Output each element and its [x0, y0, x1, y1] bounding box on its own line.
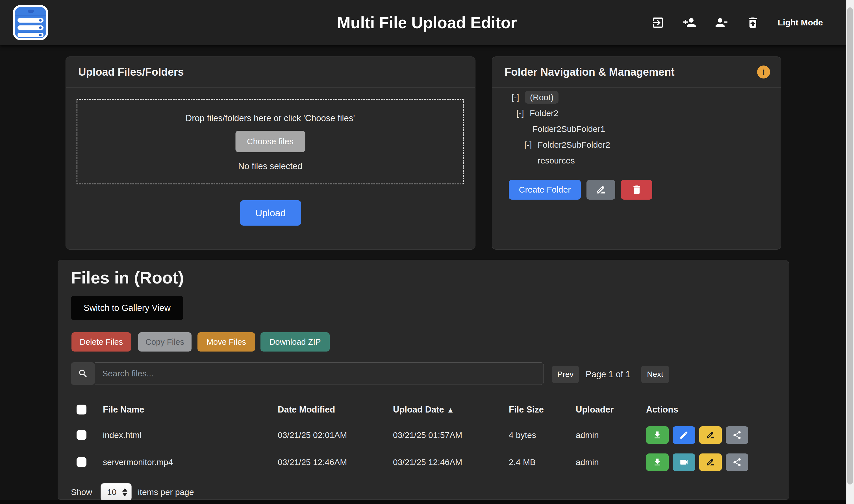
prev-page-button[interactable]: Prev — [552, 366, 579, 383]
tree-item-resources[interactable]: resources — [492, 153, 781, 168]
rename-file-button[interactable] — [699, 426, 722, 444]
page-size-select[interactable]: 10 — [101, 483, 132, 501]
page-size-value: 10 — [101, 487, 122, 497]
show-label: Show — [71, 483, 92, 501]
delete-folder-button[interactable] — [621, 180, 652, 200]
header-file-size[interactable]: File Size — [509, 401, 544, 418]
select-all-checkbox[interactable] — [76, 404, 86, 414]
header-upload-date[interactable]: Upload Date▲ — [393, 401, 454, 418]
folder-panel-title: Folder Navigation & Management — [504, 57, 675, 87]
trash-icon — [631, 184, 642, 195]
header-upload-date-label: Upload Date — [393, 404, 444, 414]
rename-icon — [706, 430, 715, 440]
file-name-cell: index.html — [103, 421, 142, 449]
copy-files-button[interactable]: Copy Files — [138, 332, 192, 352]
search-icon — [78, 368, 88, 379]
download-button[interactable] — [646, 426, 669, 444]
download-button[interactable] — [646, 453, 669, 471]
stepper-arrows-icon[interactable] — [122, 488, 131, 497]
share-button[interactable] — [726, 426, 748, 444]
restore-trash-icon[interactable] — [746, 16, 760, 29]
header-date-modified[interactable]: Date Modified — [278, 401, 335, 418]
uploader-cell: admin — [576, 421, 599, 449]
tree-item-root[interactable]: [-] (Root) — [492, 90, 781, 105]
sort-ascending-icon: ▲ — [447, 401, 454, 418]
dropzone-hint: Drop files/folders here or click 'Choose… — [77, 113, 463, 123]
file-name-cell: servermonitor.mp4 — [103, 449, 173, 476]
uploader-cell: admin — [576, 449, 599, 476]
date-modified-cell: 03/21/25 02:01AM — [278, 421, 347, 449]
download-icon — [653, 430, 662, 440]
tree-label-selected[interactable]: (Root) — [525, 91, 558, 104]
share-button[interactable] — [726, 453, 748, 471]
tree-label[interactable]: Folder2 — [530, 108, 558, 118]
search-input[interactable] — [95, 362, 544, 385]
file-size-cell: 2.4 MB — [509, 449, 536, 476]
download-zip-button[interactable]: Download ZIP — [261, 332, 330, 352]
add-user-icon[interactable] — [683, 16, 696, 29]
items-per-page-label: items per page — [138, 483, 194, 501]
tree-label[interactable]: Folder2SubFolder2 — [538, 140, 610, 149]
edit-pencil-icon — [679, 430, 689, 440]
folder-tree: [-] (Root) [-] Folder2 Folder2SubFolder1… — [492, 90, 781, 168]
tree-label[interactable]: Folder2SubFolder1 — [533, 124, 605, 133]
logout-icon[interactable] — [651, 16, 665, 29]
header-uploader[interactable]: Uploader — [576, 401, 613, 418]
files-panel: Files in (Root) Switch to Gallery View D… — [58, 260, 789, 500]
page-title: Multi File Upload Editor — [337, 0, 517, 45]
upload-panel-title: Upload Files/Folders — [78, 57, 184, 87]
create-folder-button[interactable]: Create Folder — [509, 180, 581, 200]
search-bar — [71, 362, 544, 385]
edit-file-button[interactable] — [673, 426, 695, 444]
top-bar: Multi File Upload Editor Light Mode — [0, 0, 854, 45]
tree-toggle[interactable]: [-] — [524, 137, 532, 153]
folder-panel-header: Folder Navigation & Management i — [492, 57, 781, 88]
files-section-title: Files in (Root) — [71, 268, 184, 287]
viewport-bottom-edge — [0, 500, 846, 504]
row-checkbox[interactable] — [76, 457, 86, 467]
tree-label[interactable]: resources — [538, 156, 575, 165]
scrollbar-thumb[interactable] — [847, 7, 853, 485]
tree-toggle[interactable]: [-] — [516, 105, 524, 121]
move-files-button[interactable]: Move Files — [197, 332, 255, 352]
video-camera-icon — [679, 457, 689, 467]
share-icon — [732, 457, 742, 467]
rename-file-button[interactable] — [699, 453, 722, 471]
file-dropzone[interactable]: Drop files/folders here or click 'Choose… — [76, 99, 464, 184]
header-actions: Actions — [646, 401, 678, 418]
play-video-button[interactable] — [673, 453, 695, 471]
rename-icon — [706, 457, 715, 467]
rename-folder-button[interactable] — [586, 180, 615, 200]
page-indicator: Page 1 of 1 — [586, 366, 630, 383]
light-mode-toggle[interactable]: Light Mode — [778, 18, 823, 28]
topbar-actions: Light Mode — [651, 0, 823, 45]
folder-panel: Folder Navigation & Management i [-] (Ro… — [492, 56, 781, 250]
tree-toggle[interactable]: [-] — [512, 90, 519, 105]
scrollbar-track[interactable] — [846, 0, 854, 504]
file-size-cell: 4 bytes — [509, 421, 536, 449]
search-icon-box — [71, 362, 95, 385]
delete-files-button[interactable]: Delete Files — [71, 332, 131, 352]
remove-user-icon[interactable] — [714, 16, 728, 29]
app-logo-icon[interactable] — [13, 5, 48, 40]
row-checkbox[interactable] — [76, 430, 86, 440]
switch-view-button[interactable]: Switch to Gallery View — [71, 296, 183, 320]
app-root: Multi File Upload Editor Light Mode Uplo… — [0, 0, 854, 504]
upload-panel: Upload Files/Folders Drop files/folders … — [66, 56, 476, 250]
upload-date-cell: 03/21/25 12:46AM — [393, 449, 462, 476]
edit-pencil-icon — [595, 184, 606, 195]
upload-button[interactable]: Upload — [240, 200, 301, 226]
header-file-name[interactable]: File Name — [103, 401, 144, 418]
folder-actions: Create Folder — [509, 180, 652, 200]
tree-item-folder2subfolder2[interactable]: [-] Folder2SubFolder2 — [492, 137, 781, 153]
info-icon[interactable]: i — [757, 66, 770, 78]
no-files-text: No files selected — [77, 161, 463, 172]
tree-item-folder2subfolder1[interactable]: Folder2SubFolder1 — [492, 121, 781, 137]
share-icon — [732, 430, 742, 440]
upload-date-cell: 03/21/25 01:57AM — [393, 421, 462, 449]
choose-files-button[interactable]: Choose files — [235, 131, 305, 152]
tree-item-folder2[interactable]: [-] Folder2 — [492, 105, 781, 121]
download-icon — [653, 457, 662, 467]
next-page-button[interactable]: Next — [641, 366, 669, 383]
upload-panel-header: Upload Files/Folders — [66, 57, 475, 88]
